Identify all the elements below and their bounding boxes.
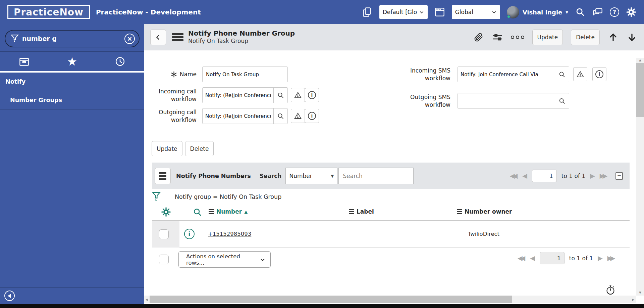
row-checkbox[interactable]: [159, 229, 169, 239]
attachment-paperclip-icon[interactable]: [473, 32, 484, 43]
info-glyph: i: [189, 231, 191, 237]
list-pagination: ◀◀ ◀ to 1 of 1 ▶ ▶▶ −: [510, 170, 623, 182]
outgoing-sms-workflow-input[interactable]: [458, 93, 555, 108]
list-search-input[interactable]: [338, 168, 414, 184]
incoming-sms-lookup-icon[interactable]: [555, 67, 569, 82]
horizontal-scrollbar-thumb[interactable]: [150, 296, 512, 303]
personalize-form-sliders-icon[interactable]: [492, 32, 503, 43]
list-settings-gear-icon[interactable]: [161, 207, 171, 217]
column-header-label[interactable]: Label: [349, 208, 374, 215]
collapse-sidebar-icon[interactable]: [4, 291, 15, 301]
response-time-stopwatch-icon[interactable]: [605, 284, 615, 295]
actions-on-selected-rows-select[interactable]: Actions on selected rows...: [178, 251, 271, 268]
update-button[interactable]: Update: [532, 30, 563, 45]
application-navigator: × ★ Notify: [0, 24, 144, 304]
screen: PracticeNow PracticeNow - Development De…: [0, 0, 644, 308]
update-set-icon[interactable]: [362, 7, 373, 17]
form-update-button[interactable]: Update: [152, 141, 182, 156]
more-options-icon[interactable]: [511, 36, 524, 39]
brand-logo-text: PracticeNow: [14, 7, 84, 18]
page-number-input[interactable]: [540, 252, 565, 264]
horizontal-scrollbar[interactable]: ◀ ▶: [144, 296, 636, 303]
outgoing-call-lookup-icon[interactable]: [273, 108, 287, 124]
next-page-button[interactable]: ▶: [598, 255, 603, 261]
last-page-button[interactable]: ▶▶: [607, 255, 615, 261]
navigator-tabs: ★: [0, 52, 144, 73]
help-icon[interactable]: ?: [610, 7, 619, 17]
incoming-sms-warning-icon[interactable]: [573, 67, 587, 81]
delete-button[interactable]: Delete: [571, 30, 600, 45]
column-menu-icon[interactable]: [209, 209, 214, 215]
filter-condition-link[interactable]: Notify group = Notify On Task Group: [175, 193, 281, 200]
scroll-right-arrow-icon[interactable]: ▶: [631, 298, 636, 301]
global-search-icon[interactable]: [575, 7, 586, 17]
tab-favorites[interactable]: ★: [48, 52, 96, 71]
last-page-button[interactable]: ▶▶: [600, 173, 607, 179]
form-context-menu-icon[interactable]: [172, 32, 183, 42]
connect-chat-icon[interactable]: [592, 7, 603, 17]
update-set-picker[interactable]: Default [Glo: [379, 5, 428, 19]
record-title-block: Notify Phone Number Group Notify On Task…: [188, 29, 295, 45]
incoming-sms-info-icon[interactable]: i: [592, 67, 606, 81]
application-scope-picker[interactable]: Global: [452, 5, 500, 19]
vertical-scrollbar-thumb[interactable]: [636, 63, 644, 117]
column-menu-icon[interactable]: [457, 209, 462, 215]
column-menu-icon[interactable]: [349, 209, 354, 215]
outgoing-call-workflow-input[interactable]: [203, 108, 273, 124]
brand-logo: PracticeNow: [7, 5, 90, 19]
incoming-sms-workflow-input[interactable]: [458, 67, 555, 82]
incoming-call-lookup-icon[interactable]: [273, 88, 287, 103]
outgoing-call-warning-icon[interactable]: [291, 109, 305, 123]
first-page-button[interactable]: ◀◀: [518, 255, 525, 261]
column-header-number[interactable]: Number ▲: [209, 208, 248, 215]
tab-history[interactable]: [96, 52, 144, 71]
list-context-menu-icon[interactable]: [155, 168, 171, 184]
outgoing-call-info-icon[interactable]: i: [305, 109, 319, 123]
vertical-scrollbar[interactable]: ▲ ▼: [636, 58, 644, 296]
back-button[interactable]: [150, 30, 166, 45]
settings-gear-icon[interactable]: [626, 7, 637, 17]
scroll-down-arrow-icon[interactable]: ▼: [636, 290, 644, 295]
previous-record-arrow-icon[interactable]: [608, 32, 619, 43]
chevron-down-icon: [260, 257, 266, 263]
form-delete-button[interactable]: Delete: [185, 141, 214, 156]
record-preview-info-icon[interactable]: i: [184, 229, 195, 239]
select-all-checkbox[interactable]: [159, 255, 169, 264]
application-scope-value: Global: [455, 9, 473, 15]
sidebar-item-notify[interactable]: Notify: [0, 73, 144, 91]
clear-filter-icon[interactable]: ×: [124, 34, 135, 44]
previous-page-button[interactable]: ◀: [522, 173, 527, 179]
number-cell-link[interactable]: +15152985093: [208, 231, 251, 237]
record-header: Notify Phone Number Group Notify On Task…: [144, 24, 644, 50]
outgoing-sms-lookup-icon[interactable]: [555, 93, 569, 108]
incoming-call-warning-icon[interactable]: [291, 88, 305, 102]
previous-page-button[interactable]: ◀: [530, 255, 535, 261]
next-record-arrow-icon[interactable]: [627, 32, 637, 43]
record-title: Notify Phone Number Group: [188, 29, 295, 38]
top-header-bar: PracticeNow PracticeNow - Development De…: [0, 0, 644, 24]
application-picker-icon[interactable]: [434, 7, 445, 17]
navigator-results: Notify Number Groups: [0, 73, 144, 109]
content-frame: Notify Phone Number Group Notify On Task…: [144, 24, 644, 304]
first-page-button[interactable]: ◀◀: [510, 173, 518, 179]
filter-funnel-icon[interactable]: [152, 191, 161, 202]
header-controls: Default [Glo Global Vishal Ingle ▼: [362, 5, 637, 19]
star-icon: ★: [67, 56, 77, 67]
sidebar-item-number-groups[interactable]: Number Groups: [0, 91, 144, 109]
tab-all-applications[interactable]: [0, 52, 48, 71]
navigator-footer: [0, 287, 144, 304]
minimize-list-button[interactable]: −: [615, 172, 623, 180]
incoming-call-info-icon[interactable]: i: [305, 88, 319, 102]
next-page-button[interactable]: ▶: [590, 173, 595, 179]
column-header-number-owner[interactable]: Number owner: [457, 208, 512, 215]
page-number-input[interactable]: [532, 170, 557, 182]
navigator-filter-box[interactable]: ×: [5, 30, 140, 47]
name-input[interactable]: [202, 67, 288, 82]
navigator-filter-input[interactable]: [22, 35, 124, 42]
incoming-call-workflow-input[interactable]: [203, 88, 273, 103]
list-search-icon[interactable]: [193, 208, 202, 217]
user-menu[interactable]: Vishal Ingle ▼: [507, 6, 568, 18]
list-search-column-select[interactable]: Number ▼: [285, 168, 337, 184]
scroll-left-arrow-icon[interactable]: ◀: [144, 298, 149, 301]
scroll-up-arrow-icon[interactable]: ▲: [636, 58, 644, 62]
